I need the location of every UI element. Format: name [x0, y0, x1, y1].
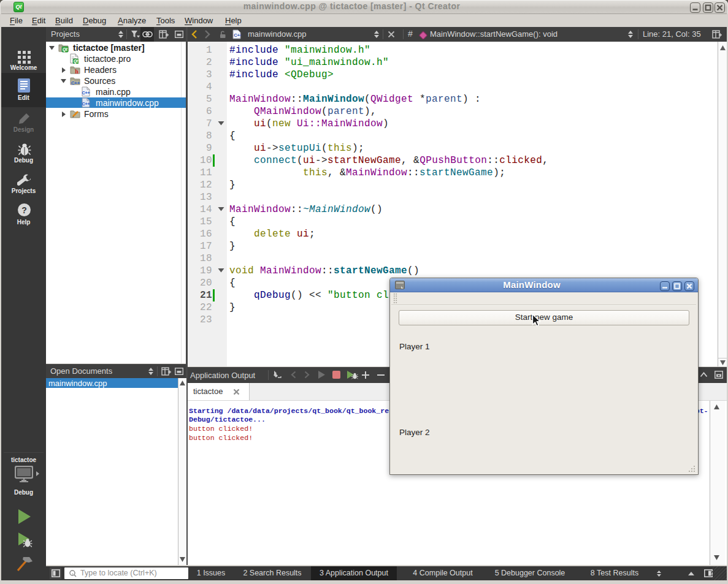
svg-text:C++: C++ [71, 80, 80, 86]
svg-text:C++: C++ [82, 91, 90, 95]
svg-text:Qt: Qt [74, 59, 79, 64]
svg-text:C++: C++ [234, 32, 241, 38]
svg-text:?: ? [21, 205, 27, 215]
svg-text:Qt: Qt [63, 47, 67, 52]
svg-text:C++: C++ [82, 102, 90, 106]
svg-text:h: h [75, 68, 79, 75]
